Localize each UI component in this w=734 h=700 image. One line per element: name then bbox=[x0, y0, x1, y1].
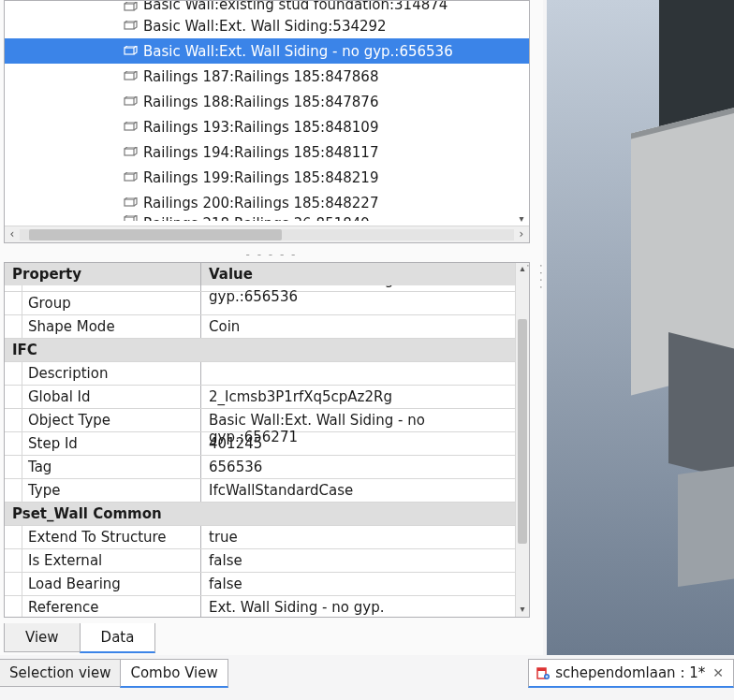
property-name: Tag bbox=[5, 456, 201, 478]
dock-tab-bar: Selection view Combo View bbox=[0, 659, 228, 687]
object-icon bbox=[123, 96, 138, 108]
property-row[interactable]: Description bbox=[5, 362, 516, 386]
tree-item[interactable]: Railings 187:Railings 185:847868 bbox=[5, 64, 529, 89]
property-name: Shape Mode bbox=[5, 315, 201, 338]
expand-gutter bbox=[8, 456, 22, 478]
property-row[interactable]: LabelBasic Wall:Ext. Wall Siding - no gy… bbox=[5, 285, 516, 292]
expand-gutter bbox=[8, 432, 22, 455]
property-value[interactable]: false bbox=[201, 573, 516, 595]
object-icon bbox=[123, 147, 138, 158]
tree-item[interactable]: Basic Wall:Ext. Wall Siding:534292 bbox=[5, 13, 529, 38]
tree-item[interactable]: Railings 194:Railings 185:848117 bbox=[5, 139, 529, 165]
property-row[interactable]: Object TypeBasic Wall:Ext. Wall Siding -… bbox=[5, 409, 516, 432]
svg-rect-0 bbox=[125, 4, 134, 10]
property-value[interactable]: 2_Icmsb3P1rfXq5cpAz2Rg bbox=[201, 386, 516, 408]
property-name: Load Bearing bbox=[5, 573, 201, 595]
property-header-name[interactable]: Property bbox=[5, 263, 201, 285]
svg-rect-9 bbox=[125, 217, 134, 221]
object-icon bbox=[123, 197, 138, 209]
property-value[interactable]: Ext. Wall Siding - no gyp. bbox=[201, 596, 516, 617]
property-value[interactable]: 656536 bbox=[201, 456, 516, 478]
property-row[interactable]: ReferenceExt. Wall Siding - no gyp. bbox=[5, 596, 516, 617]
scroll-thumb[interactable] bbox=[29, 229, 282, 241]
property-value[interactable]: true bbox=[201, 526, 516, 548]
tree-horizontal-scrollbar[interactable]: ‹ › bbox=[5, 226, 529, 242]
tree-item-label: Railings 194:Railings 185:848117 bbox=[143, 144, 378, 161]
property-row[interactable]: Load Bearingfalse bbox=[5, 573, 516, 596]
expand-gutter bbox=[8, 409, 22, 431]
expand-gutter bbox=[8, 362, 22, 385]
svg-rect-7 bbox=[125, 174, 134, 181]
property-value[interactable]: false bbox=[201, 549, 516, 572]
3d-viewport[interactable] bbox=[547, 0, 734, 655]
property-value[interactable] bbox=[201, 362, 516, 385]
scroll-left-icon[interactable]: ‹ bbox=[5, 226, 20, 242]
property-tab-bar: View Data bbox=[4, 623, 530, 653]
object-icon bbox=[123, 172, 138, 183]
property-name: Object Type bbox=[5, 409, 201, 431]
expand-gutter bbox=[8, 315, 22, 338]
tree-item[interactable]: Basic Wall:Ext. Wall Siding - no gyp.:65… bbox=[5, 38, 529, 64]
property-row[interactable]: Tag656536 bbox=[5, 456, 516, 479]
property-name: Is External bbox=[5, 549, 201, 572]
tree-item-label: Basic Wall:existing stud foundation:3148… bbox=[143, 1, 448, 13]
property-row[interactable]: Group bbox=[5, 292, 516, 315]
tree-item-label: Railings 187:Railings 185:847868 bbox=[143, 68, 378, 85]
document-tab[interactable]: schependomlaan : 1* ✕ bbox=[528, 659, 734, 688]
property-row[interactable]: Global Id2_Icmsb3P1rfXq5cpAz2Rg bbox=[5, 386, 516, 409]
object-icon bbox=[123, 2, 138, 13]
tree-item-label: Basic Wall:Ext. Wall Siding - no gyp.:65… bbox=[143, 43, 453, 60]
property-grid[interactable]: Property Value LabelBasic Wall:Ext. Wall… bbox=[4, 262, 530, 618]
property-vertical-scrollbar[interactable]: ▴ ▾ bbox=[515, 263, 529, 617]
tree-item[interactable]: Basic Wall:existing stud foundation:3148… bbox=[5, 1, 529, 13]
panel-splitter-icon[interactable]: - - - - - bbox=[0, 248, 543, 261]
scroll-down-icon[interactable]: ▾ bbox=[516, 604, 529, 617]
property-row[interactable]: Shape ModeCoin bbox=[5, 315, 516, 339]
property-header-value[interactable]: Value bbox=[201, 263, 529, 285]
property-value[interactable]: Basic Wall:Ext. Wall Siding - no gyp.:65… bbox=[201, 409, 516, 431]
document-tab-bar: schependomlaan : 1* ✕ bbox=[528, 659, 734, 687]
property-category: IFC bbox=[5, 339, 516, 362]
svg-rect-8 bbox=[125, 199, 134, 206]
tab-view[interactable]: View bbox=[4, 623, 81, 652]
scroll-thumb-v[interactable] bbox=[518, 319, 527, 544]
tab-data[interactable]: Data bbox=[80, 623, 156, 653]
expand-gutter bbox=[8, 479, 22, 502]
property-name: Global Id bbox=[5, 386, 201, 408]
svg-rect-2 bbox=[125, 48, 134, 54]
tree-item[interactable]: Railings 199:Railings 185:848219 bbox=[5, 165, 529, 190]
svg-rect-6 bbox=[125, 149, 134, 155]
tree-item-label: Railings 199:Railings 185:848219 bbox=[143, 169, 378, 186]
property-row[interactable]: Is Externalfalse bbox=[5, 549, 516, 573]
property-row[interactable]: TypeIfcWallStandardCase bbox=[5, 479, 516, 503]
property-row[interactable]: Step Id401245 bbox=[5, 432, 516, 456]
property-value[interactable] bbox=[201, 292, 516, 314]
svg-rect-11 bbox=[537, 668, 546, 671]
close-icon[interactable]: ✕ bbox=[711, 665, 726, 680]
property-value[interactable]: Basic Wall:Ext. Wall Siding - no gyp.:65… bbox=[201, 285, 516, 291]
vertical-splitter-icon[interactable]: · · · · · bbox=[539, 264, 547, 292]
expand-gutter bbox=[8, 596, 22, 617]
model-tree[interactable]: Basic Wall:existing stud foundation:3148… bbox=[4, 0, 530, 243]
tree-scroll-down-icon[interactable]: ▾ bbox=[516, 214, 527, 226]
object-icon bbox=[123, 21, 138, 32]
tree-item[interactable]: Railings 188:Railings 185:847876 bbox=[5, 89, 529, 114]
property-row[interactable]: Extend To Structuretrue bbox=[5, 526, 516, 549]
svg-rect-5 bbox=[125, 124, 134, 130]
property-value[interactable]: Coin bbox=[201, 315, 516, 338]
property-value[interactable]: IfcWallStandardCase bbox=[201, 479, 516, 502]
tree-item[interactable]: Railings 218:Railings 36:851849 bbox=[5, 215, 529, 221]
scroll-right-icon[interactable]: › bbox=[514, 226, 529, 242]
tree-item[interactable]: Railings 200:Railings 185:848227 bbox=[5, 190, 529, 215]
svg-rect-4 bbox=[125, 98, 134, 105]
tree-item-label: Railings 218:Railings 36:851849 bbox=[143, 215, 370, 221]
expand-gutter bbox=[8, 573, 22, 595]
tab-selection-view[interactable]: Selection view bbox=[0, 659, 121, 687]
tree-item[interactable]: Railings 193:Railings 185:848109 bbox=[5, 114, 529, 139]
property-name: Step Id bbox=[5, 432, 201, 455]
expand-gutter bbox=[8, 386, 22, 408]
property-value[interactable]: 401245 bbox=[201, 432, 516, 455]
expand-gutter bbox=[8, 285, 22, 291]
tab-combo-view[interactable]: Combo View bbox=[120, 659, 228, 688]
document-tab-label: schependomlaan : 1* bbox=[555, 664, 705, 681]
